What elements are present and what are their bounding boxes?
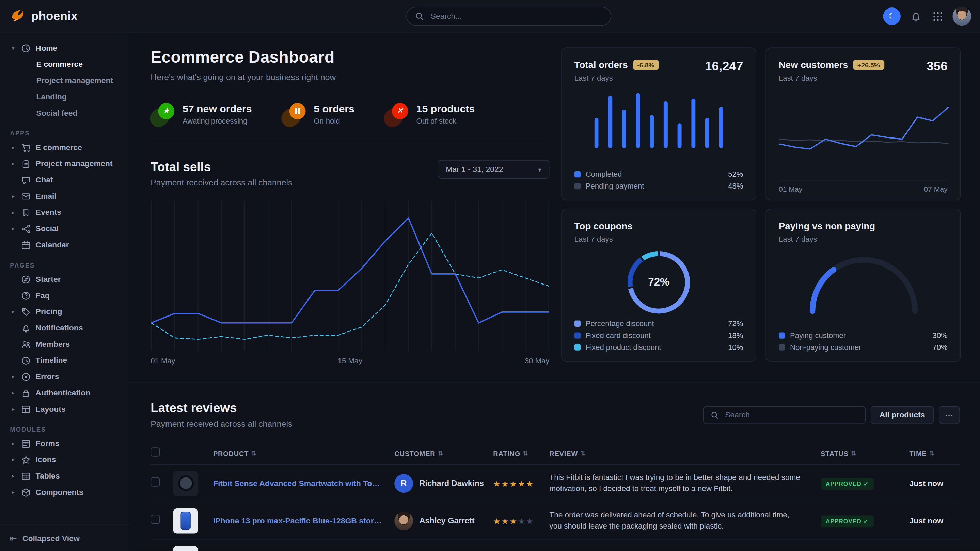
sort-icon: ⇅ (851, 450, 856, 457)
card-title: Paying vs non paying (779, 221, 875, 231)
reviews-search[interactable] (703, 406, 865, 424)
pie-chart-icon (21, 44, 31, 53)
table-icon (21, 472, 31, 481)
sidebar-item-pricing[interactable]: ▸Pricing (5, 303, 124, 320)
top-coupons-card: Top coupons Last 7 days 72% Percentage d… (561, 209, 756, 362)
stat-out-of-stock: ✕15 productsOut of stock (385, 103, 475, 125)
status-cell: APPROVED ✓ (821, 514, 900, 527)
stat-cards-grid: Total orders -6.8% Last 7 days 16,247 Co… (561, 47, 961, 361)
reviews-search-input[interactable] (724, 410, 858, 420)
all-products-button[interactable]: All products (871, 406, 934, 424)
sidebar: ▾HomeE commerceProject managementLanding… (0, 32, 129, 551)
legend-item-fixed-card-discount: Fixed card discount18% (574, 329, 743, 341)
legend-swatch (574, 320, 581, 326)
column-header-time[interactable]: TIME⇅ (900, 449, 961, 457)
brand[interactable]: phoenix (10, 8, 129, 24)
sidebar-item-project-management[interactable]: ▸Project management (5, 156, 124, 172)
product-link[interactable]: Fitbit Sense Advanced Smartwatch with To… (213, 479, 394, 488)
sidebar-item-members[interactable]: Members (5, 336, 124, 352)
clipboard-icon (21, 159, 31, 168)
customer-cell: RRichard Dawkins (394, 474, 493, 492)
review-text: The order was delivered ahead of schedul… (549, 510, 821, 532)
form-icon (21, 439, 31, 448)
caret-right-icon: ▸ (10, 225, 16, 232)
global-search[interactable] (406, 7, 611, 25)
star-icon (21, 455, 31, 465)
sidebar-item-home[interactable]: ▾Home (5, 40, 124, 56)
search-icon (711, 411, 719, 419)
sidebar-item-social[interactable]: ▸Social (5, 221, 124, 237)
column-header-rating[interactable]: RATING⇅ (493, 449, 549, 457)
sidebar-item-notifications[interactable]: Notifications (5, 320, 124, 336)
sidebar-section-title-modules: MODULES (10, 426, 118, 433)
product-cell: iPhone 13 pro max-Pacific Blue-128GB sto… (213, 516, 394, 525)
star-rating: ★★★★★ (493, 516, 534, 526)
column-header-product[interactable]: PRODUCT⇅ (213, 449, 394, 457)
collapse-view-toggle[interactable]: ⇤ Collapsed View (0, 525, 129, 551)
total-orders-value: 16,247 (705, 59, 743, 73)
sidebar-item-components[interactable]: ▸Components (5, 484, 124, 500)
stat-awating-processing: ★57 new ordersAwating processing (151, 103, 251, 125)
legend-item-non-paying-customer: Non-paying customer70% (779, 341, 948, 353)
x-label: 01 May (151, 357, 175, 365)
sidebar-subitem-social-feed[interactable]: Social feed (5, 105, 124, 121)
card-period: Last 7 days (574, 74, 659, 83)
user-avatar[interactable] (952, 7, 971, 25)
status-cell: APPROVED ✓ (821, 477, 900, 489)
brand-name: phoenix (31, 9, 78, 23)
sidebar-subitem-e-commerce[interactable]: E commerce (5, 56, 124, 73)
row-checkbox[interactable] (151, 477, 160, 487)
help-icon (21, 291, 31, 300)
chat-icon (21, 175, 31, 185)
sidebar-item-layouts[interactable]: ▸Layouts (5, 401, 124, 417)
sidebar-item-e-commerce[interactable]: ▸E commerce (5, 139, 124, 156)
product-link[interactable]: iPhone 13 pro max-Pacific Blue-128GB sto… (213, 516, 394, 525)
error-icon (21, 372, 31, 381)
apps-grid-button[interactable] (931, 10, 945, 23)
product-thumbnail (173, 471, 198, 495)
legend-swatch (779, 344, 785, 350)
legend-item-paying-customer: Paying customer30% (779, 329, 948, 341)
sidebar-item-authentication[interactable]: ▸Authentication (5, 385, 124, 401)
sidebar-item-forms[interactable]: ▸Forms (5, 435, 124, 452)
sidebar-item-timeline[interactable]: Timeline (5, 352, 124, 368)
date-range-select[interactable]: Mar 1 - 31, 2022 ▾ (438, 160, 549, 179)
column-header-review[interactable]: REVIEW⇅ (549, 449, 821, 457)
caret-right-icon: ▸ (10, 457, 16, 463)
column-header-customer[interactable]: CUSTOMER⇅ (394, 449, 493, 457)
sidebar-section-title-pages: PAGES (10, 262, 118, 268)
phoenix-logo-icon (10, 8, 25, 24)
select-all-checkbox[interactable] (151, 447, 160, 457)
sidebar-item-tables[interactable]: ▸Tables (5, 468, 124, 484)
rating-cell: ★★★★★ (493, 515, 549, 526)
sidebar-subitem-project-management[interactable]: Project management (5, 73, 124, 89)
theme-toggle-button[interactable]: ☾ (883, 8, 900, 25)
sort-icon: ⇅ (251, 450, 257, 457)
bell-icon (21, 323, 31, 333)
sidebar-item-faq[interactable]: Faq (5, 287, 124, 303)
sidebar-item-email[interactable]: ▸Email (5, 188, 124, 204)
sidebar-item-errors[interactable]: ▸Errors (5, 368, 124, 385)
moon-icon: ☾ (888, 12, 896, 21)
sidebar-item-events[interactable]: ▸Events (5, 204, 124, 221)
caret-right-icon: ▸ (10, 193, 16, 199)
more-options-button[interactable]: ⋯ (939, 406, 960, 424)
sidebar-section-title-apps: APPS (10, 130, 118, 137)
sidebar-item-calendar[interactable]: Calendar (5, 237, 124, 253)
caret-right-icon: ▸ (10, 309, 16, 315)
star-icon: ★ (151, 103, 174, 125)
sidebar-item-icons[interactable]: ▸Icons (5, 452, 124, 468)
sidebar-item-chat[interactable]: Chat (5, 172, 124, 188)
share-icon (21, 224, 31, 233)
legend-swatch (574, 332, 581, 338)
sidebar-subitem-landing[interactable]: Landing (5, 89, 124, 105)
row-checkbox[interactable] (151, 514, 160, 524)
lock-icon (21, 388, 31, 398)
time-cell: Just now (900, 479, 961, 488)
reviews-table: PRODUCT⇅CUSTOMER⇅RATING⇅REVIEW⇅STATUS⇅TI… (151, 442, 960, 551)
review-text: This Fitbit is fantastic! I was trying t… (549, 472, 821, 494)
sidebar-item-starter[interactable]: Starter (5, 271, 124, 287)
column-header-status[interactable]: STATUS⇅ (821, 449, 900, 457)
notifications-button[interactable] (909, 9, 923, 24)
search-input[interactable] (430, 11, 602, 21)
